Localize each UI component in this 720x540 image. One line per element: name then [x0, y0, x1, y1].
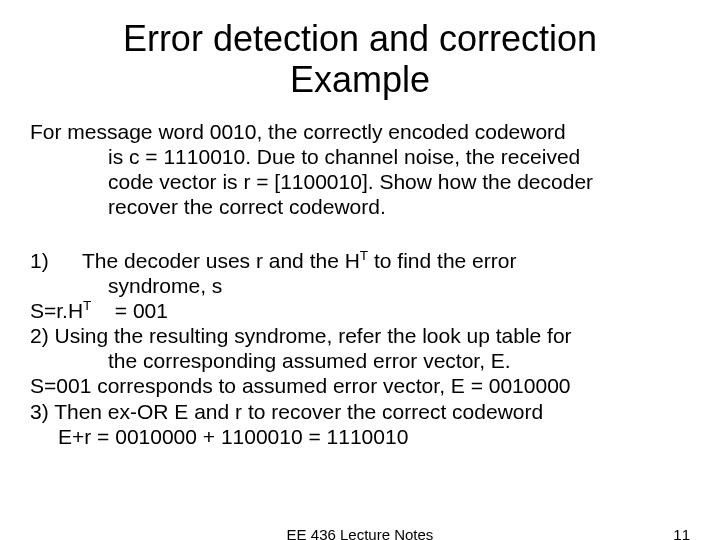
problem-statement: For message word 0010, the correctly enc…: [30, 119, 690, 220]
step2: S=r.HT = 001: [30, 298, 690, 323]
step1b: syndrome, s: [30, 273, 690, 298]
footer-center: EE 436 Lecture Notes: [287, 526, 434, 540]
problem-l3: code vector is r = [1100010]. Show how t…: [30, 169, 690, 194]
problem-l1: For message word 0010, the correctly enc…: [30, 120, 566, 143]
title-line2: Example: [290, 59, 430, 100]
problem-l2: is c = 1110010. Due to channel noise, th…: [30, 144, 690, 169]
step5: 3) Then ex-OR E and r to recover the cor…: [30, 399, 690, 424]
step6: E+r = 0010000 + 1100010 = 1110010: [30, 424, 690, 449]
step1a-sup: T: [360, 248, 368, 263]
step3b: the corresponding assumed error vector, …: [30, 348, 690, 373]
step1a-tail: to find the error: [368, 249, 516, 272]
solution-steps: 1)The decoder uses r and the HT to find …: [30, 248, 690, 450]
slide-title: Error detection and correction Example: [30, 18, 690, 101]
step1-num: 1): [30, 248, 82, 273]
problem-l4: recover the correct codeword.: [30, 194, 690, 219]
step1-line1: 1)The decoder uses r and the HT to find …: [30, 248, 690, 273]
step4: S=001 corresponds to assumed error vecto…: [30, 373, 690, 398]
title-line1: Error detection and correction: [123, 18, 597, 59]
step3a: 2) Using the resulting syndrome, refer t…: [30, 323, 690, 348]
step1a: The decoder uses r and the H: [82, 249, 360, 272]
page-number: 11: [673, 526, 690, 540]
